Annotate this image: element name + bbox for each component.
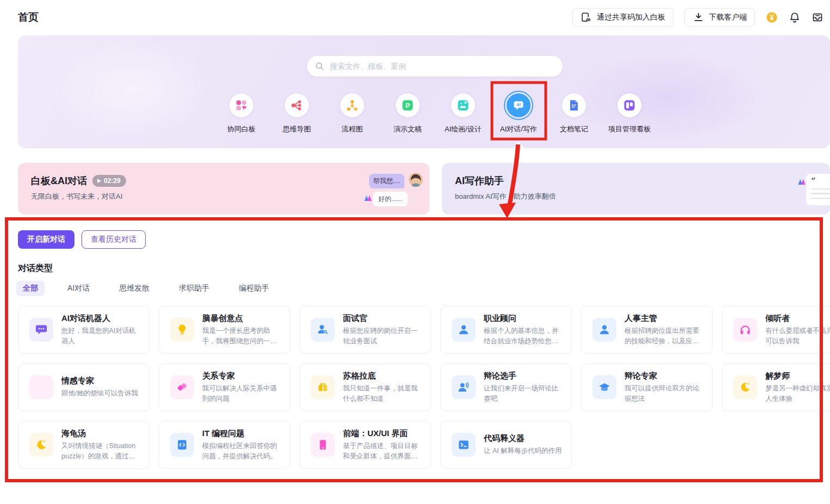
history-chat-button[interactable]: 查看历史对话 <box>82 230 146 249</box>
banner-subtitle: boardmix AI写作，助力效率翻倍 <box>455 192 556 201</box>
search-icon <box>315 61 324 71</box>
hero-decoration <box>51 41 214 138</box>
card-description: 跟他/她的烦恼可以告诉我 <box>61 388 138 399</box>
app-shortcut-mindmap[interactable]: 思维导图 <box>269 93 324 134</box>
download-icon <box>692 11 704 23</box>
coin-icon[interactable] <box>766 11 778 23</box>
video-duration: 02:29 <box>104 177 121 185</box>
chat-bot-card[interactable]: IT 编程问题模拟编程社区来回答你的问题，并提供解决代码。 <box>159 421 290 469</box>
inbox-icon[interactable] <box>812 11 823 23</box>
chat-bot-card[interactable]: 代码释义器让 AI 解释每步代码的作用 <box>440 421 572 469</box>
video-duration-badge[interactable]: 02:29 <box>92 175 126 187</box>
card-description: 我可以解决人际关系中遇到的问题 <box>202 383 281 404</box>
chat-bot-card[interactable]: 职业顾问根据个人的基本信息，并结合就业市场趋势给您一些建议 <box>440 306 572 354</box>
card-title: 海龟汤 <box>61 429 140 439</box>
ai-chat-icon: AI <box>507 93 531 117</box>
chat-bot-card[interactable]: 苏格拉底我只知道一件事，就是我什么都不知道 <box>299 363 431 411</box>
chat-bot-card[interactable]: 人事主管根据招聘岗位提出所需要的技能和经验，以及应聘者需要... <box>581 306 713 354</box>
download-client-label: 下载客户端 <box>709 12 747 22</box>
app-shortcut-flowchart[interactable]: 流程图 <box>324 93 380 134</box>
chat-bot-card[interactable]: 情感专家跟他/她的烦恼可以告诉我 <box>18 363 149 411</box>
header-actions: 通过共享码加入白板 下载客户端 <box>572 8 823 27</box>
play-icon <box>97 179 101 183</box>
chat-bubble-icon <box>29 318 53 342</box>
card-title: 关系专家 <box>202 371 281 381</box>
quote-document-preview: “ <box>806 174 830 205</box>
banner-title: 白板&AI对话 <box>31 174 87 187</box>
app-shortcut-ai-paint[interactable]: AIAI绘画/设计 <box>435 93 491 134</box>
chat-bubble-user: 帮我想.... <box>369 174 404 188</box>
person-icon <box>452 318 476 342</box>
chat-bot-card[interactable]: 倾听者有什么委屈或者不高兴都可以告诉我 <box>722 306 830 354</box>
app-shortcut-label: 文档笔记 <box>560 124 588 134</box>
whiteboard-ai-banner[interactable]: 白板&AI对话 02:29 无限白板，书写未来，对话AI 帮我想.... 好的.… <box>18 163 429 215</box>
chat-bot-card[interactable]: 辩论选手让我们来开启一场辩论比赛吧 <box>440 363 572 411</box>
card-description: 让我们来开启一场辩论比赛吧 <box>484 383 563 404</box>
kanban-icon <box>617 93 641 117</box>
app-shortcut-label: 项目管理看板 <box>608 124 651 134</box>
boardmix-logo <box>363 193 373 203</box>
card-description: 我可以提供辩论双方的论据想法 <box>625 383 703 404</box>
app-shortcut-presentation[interactable]: P演示文稿 <box>380 93 435 134</box>
app-shortcut-doc-note[interactable]: 文档笔记 <box>546 93 602 134</box>
app-shortcut-collab-board[interactable]: 协同白板 <box>214 93 269 134</box>
app-shortcut-label: 协同白板 <box>227 124 255 134</box>
chat-bot-card[interactable]: 前端：UX/UI 界面基于产品描述、项目目标和受众群体，提供界面设计建议... <box>299 421 431 469</box>
app-shortcut-label: 思维导图 <box>283 124 311 134</box>
card-title: 解梦师 <box>765 371 830 381</box>
card-title: 苏格拉底 <box>343 371 422 381</box>
app-shortcut-kanban[interactable]: 项目管理看板 <box>602 93 657 134</box>
download-client-button[interactable]: 下载客户端 <box>684 8 755 27</box>
app-shortcut-ai-chat[interactable]: AIAI对话/写作 <box>491 93 546 134</box>
graduation-cap-icon <box>592 375 616 399</box>
flowchart-icon <box>340 93 364 117</box>
lightbulb-icon <box>170 318 194 342</box>
card-description: 模拟编程社区来回答你的问题，并提供解决代码。 <box>202 441 281 462</box>
person-icon <box>592 318 616 342</box>
card-title: 倾听者 <box>765 313 830 324</box>
tab-2[interactable]: 思维发散 <box>113 281 156 296</box>
top-bar: 首页 通过共享码加入白板 下载客户端 <box>0 0 830 35</box>
join-by-code-button[interactable]: 通过共享码加入白板 <box>572 8 673 27</box>
search-bar[interactable] <box>307 56 563 77</box>
boardmix-logo <box>797 177 807 187</box>
banner-subtitle: 无限白板，书写未来，对话AI <box>31 192 122 201</box>
tab-0[interactable]: 全部 <box>16 281 45 296</box>
person-speak-icon <box>452 375 476 399</box>
chat-bot-card[interactable]: 面试官根据您应聘的岗位开启一轮业务面试 <box>299 306 431 354</box>
search-input[interactable] <box>329 61 558 71</box>
svg-text:P: P <box>405 102 410 110</box>
card-description: 您好，我是您的AI对话机器人 <box>61 326 140 346</box>
doc-note-icon <box>562 93 586 117</box>
chat-bot-card[interactable]: AI对话机器人您好，我是您的AI对话机器人 <box>18 306 149 354</box>
moon-icon <box>733 375 757 399</box>
heart-icon <box>29 375 53 399</box>
chat-bot-card[interactable]: 脑暴创意点我是一个擅长思考的助手，我将围绕您问的一些问题来进... <box>159 306 290 354</box>
app-shortcut-label: AI绘画/设计 <box>445 124 482 134</box>
ai-writing-banner[interactable]: AI写作助手 boardmix AI写作，助力效率翻倍 “ <box>442 163 830 215</box>
tab-4[interactable]: 编程助手 <box>232 281 276 296</box>
card-title: 面试官 <box>343 313 422 324</box>
app-shortcut-label: 流程图 <box>342 124 363 134</box>
chat-bot-card[interactable]: 解梦师梦是另一种虚幻却真实的人生体验 <box>722 363 830 411</box>
notification-bell-icon[interactable] <box>789 11 801 23</box>
chat-bot-card[interactable]: 海龟汤又叫情境猜谜（Situation puzzle）的游戏，通过残缺... <box>18 421 149 469</box>
handshake-icon <box>170 375 194 399</box>
card-description: 根据个人的基本信息，并结合就业市场趋势给您一些建议 <box>484 326 563 346</box>
card-description: 让 AI 解释每步代码的作用 <box>484 446 562 456</box>
tab-1[interactable]: AI对话 <box>61 281 96 296</box>
chat-type-tabs: 全部AI对话思维发散求职助手编程助手 <box>16 281 276 296</box>
join-by-code-label: 通过共享码加入白板 <box>597 12 665 22</box>
card-title: 脑暴创意点 <box>202 313 281 324</box>
phone-icon <box>311 433 335 457</box>
chat-bot-card[interactable]: 辩论专家我可以提供辩论双方的论据想法 <box>581 363 713 411</box>
card-description: 基于产品描述、项目目标和受众群体，提供界面设计建议... <box>343 441 422 462</box>
board-link-icon <box>581 11 592 23</box>
collab-board-icon <box>229 93 253 117</box>
chat-bot-card[interactable]: 关系专家我可以解决人际关系中遇到的问题 <box>159 363 290 411</box>
headphones-icon <box>733 318 757 342</box>
new-chat-button[interactable]: 开启新对话 <box>18 230 74 249</box>
svg-text:AI: AI <box>463 100 467 104</box>
card-title: AI对话机器人 <box>61 313 140 324</box>
tab-3[interactable]: 求职助手 <box>172 281 216 296</box>
